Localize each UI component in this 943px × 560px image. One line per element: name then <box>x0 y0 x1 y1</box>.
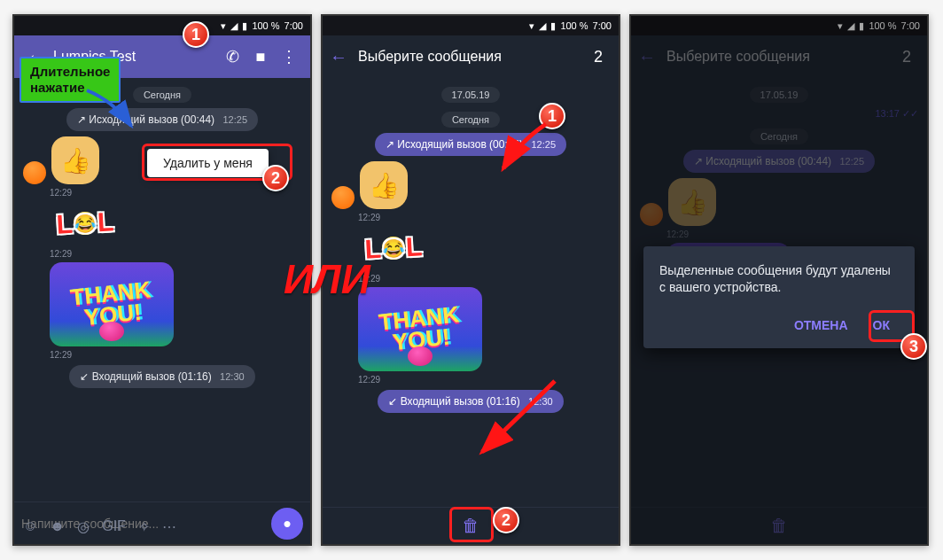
battery-text: 100 % <box>252 20 279 31</box>
call-time: 12:30 <box>528 396 553 407</box>
emoji-icon[interactable]: ☻ <box>50 518 65 535</box>
clock: 7:00 <box>284 20 303 31</box>
sticker-thumbsup <box>360 161 408 209</box>
more-icon[interactable]: ⋯ <box>162 518 176 535</box>
composer-icon-row: ☺ ☻ ◎ GIF ✧ ⋯ <box>14 513 185 544</box>
dialog-text: Выделенные сообщения будут удалены с ваш… <box>659 262 899 296</box>
or-label: ИЛИ <box>284 255 370 303</box>
date-separator-today: Сегодня <box>133 87 191 103</box>
message-sticker-lol[interactable]: LL <box>358 226 610 270</box>
signal-icon: ◢ <box>230 20 238 32</box>
call-icon[interactable]: ✆ <box>218 47 246 66</box>
selection-title: Выберите сообщения <box>355 49 585 65</box>
phone-screenshot-3: ▾ ◢ ▮ 100 % 7:00 ← Выберите сообщения 2 … <box>629 14 929 546</box>
avatar <box>23 161 46 184</box>
outgoing-call-entry-selected[interactable]: ↗ Исходящий вызов (00:44) 12:25 <box>375 133 566 156</box>
mic-button[interactable]: ● <box>271 508 303 540</box>
status-bar: ▾ ◢ ▮ 100 % 7:00 <box>14 16 310 35</box>
battery-text: 100 % <box>560 20 588 31</box>
avatar <box>331 186 355 209</box>
selection-appbar: ← Выберите сообщения 2 <box>323 35 619 78</box>
step-badge-1b: 1 <box>539 103 565 129</box>
call-time: 12:25 <box>531 139 556 150</box>
message-sticker-thumbsup[interactable] <box>331 161 610 209</box>
battery-icon: ▮ <box>242 20 247 32</box>
call-text: ↙ Входящий вызов (01:16) <box>80 370 211 383</box>
status-bar: ▾ ◢ ▮ 100 % 7:00 <box>323 16 619 35</box>
call-time: 12:30 <box>220 371 245 382</box>
wifi-icon: ▾ <box>529 20 534 32</box>
step-badge-2a: 2 <box>262 165 289 191</box>
sticker-icon[interactable]: ☺ <box>23 518 37 535</box>
sticker-thankyou: THANK YOU! <box>358 287 482 371</box>
incoming-call-entry[interactable]: ↙ Входящий вызов (01:16) 12:30 <box>69 365 254 388</box>
call-text: ↗ Исходящий вызов (00:44) <box>386 138 523 151</box>
call-text: ↗ Исходящий вызов (00:44) <box>77 113 214 126</box>
back-icon[interactable]: ← <box>330 47 355 67</box>
timestamp: 12:29 <box>50 350 310 360</box>
step-badge-2b: 2 <box>493 507 519 533</box>
battery-icon: ▮ <box>550 20 556 32</box>
step-badge-1a: 1 <box>183 21 209 48</box>
camera-icon[interactable]: ◎ <box>77 518 90 535</box>
outgoing-call-entry[interactable]: ↗ Исходящий вызов (00:44) 12:25 <box>66 108 258 131</box>
sticker-lol: LL <box>49 199 122 247</box>
video-icon[interactable]: ■ <box>246 48 275 66</box>
sticker-thumbsup <box>51 136 99 184</box>
date-separator-today: Сегодня <box>441 112 500 128</box>
phone-screenshot-1: ▾ ◢ ▮ 100 % 7:00 ← Lumpics Test ✆ ■ ⋮ Се… <box>12 14 312 546</box>
sticker-thankyou: THANK YOU! <box>50 262 174 346</box>
wifi-icon: ▾ <box>221 20 226 32</box>
message-sticker-lol[interactable]: LL <box>50 201 301 245</box>
call-time: 12:25 <box>222 114 247 125</box>
timestamp: 12:29 <box>358 213 619 222</box>
attach-icon[interactable]: ✧ <box>138 518 150 535</box>
callout-long-press: Длительное нажатие <box>19 57 121 103</box>
menu-icon[interactable]: ⋮ <box>275 47 303 66</box>
signal-icon: ◢ <box>539 20 546 32</box>
highlight-box-trash <box>449 507 494 542</box>
timestamp: 12:29 <box>50 249 310 259</box>
call-text: ↙ Входящий вызов (01:16) <box>388 395 519 408</box>
dialog-cancel-button[interactable]: ОТМЕНА <box>785 312 857 339</box>
timestamp: 12:29 <box>358 375 619 385</box>
date-separator-prev: 17.05.19 <box>441 87 501 103</box>
message-sticker-thankyou[interactable]: THANK YOU! <box>50 262 301 346</box>
step-badge-3: 3 <box>900 333 927 360</box>
message-sticker-thankyou[interactable]: THANK YOU! <box>358 287 610 371</box>
timestamp: 12:29 <box>358 274 619 284</box>
clock: 7:00 <box>593 20 612 31</box>
gif-icon[interactable]: GIF <box>102 518 126 535</box>
incoming-call-entry-selected[interactable]: ↙ Входящий вызов (01:16) 12:30 <box>378 390 563 413</box>
chat-body: Сегодня ↗ Исходящий вызов (00:44) 12:25 … <box>14 78 310 502</box>
selection-count: 2 <box>585 48 612 66</box>
